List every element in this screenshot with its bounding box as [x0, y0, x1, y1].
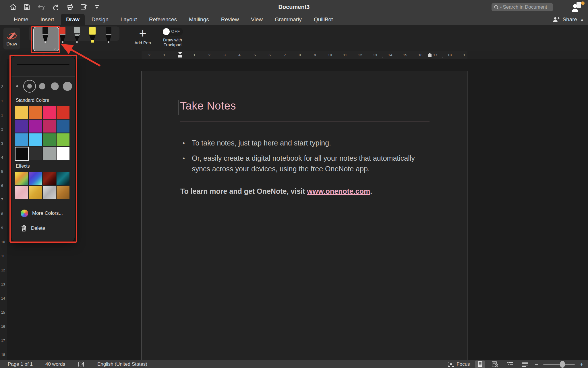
left-indent-marker[interactable] — [178, 55, 182, 57]
effect-swatch-teal-glitter[interactable] — [57, 172, 69, 185]
outline-view-button[interactable] — [505, 361, 515, 368]
pen-thickness-options — [11, 78, 75, 95]
toolbar-overflow-icon[interactable] — [94, 4, 99, 10]
ribbon-separator — [25, 28, 25, 48]
share-button[interactable]: Share — [562, 16, 577, 23]
color-swatch-#d63427[interactable] — [57, 106, 69, 119]
effect-swatch-bronze-glitter[interactable] — [57, 186, 69, 199]
document-page[interactable]: Take Notes •To take notes, just tap here… — [142, 71, 467, 362]
save-icon[interactable] — [24, 4, 30, 10]
onenote-link[interactable]: www.onenote.com — [307, 187, 370, 195]
tab-draw[interactable]: Draw — [61, 14, 84, 25]
pen-black-selected[interactable] — [40, 27, 51, 45]
language-selector[interactable]: English (United States) — [97, 361, 147, 367]
undo-icon[interactable] — [37, 3, 46, 10]
tab-design[interactable]: Design — [86, 14, 114, 25]
effect-swatch-rainbow-glitter[interactable] — [15, 172, 28, 185]
print-icon[interactable] — [66, 3, 73, 10]
zoom-slider-knob[interactable] — [560, 361, 565, 368]
zoom-slider[interactable] — [543, 364, 575, 365]
color-swatch-#54c6f8[interactable] — [29, 133, 42, 146]
pen-size-option-3[interactable] — [39, 83, 45, 89]
tab-view[interactable]: View — [246, 14, 268, 25]
effect-swatch-pink-glitter[interactable] — [15, 186, 28, 199]
word-count[interactable]: 40 words — [45, 361, 65, 367]
redo-icon[interactable] — [53, 3, 59, 10]
more-colors-button[interactable]: More Colors... — [11, 208, 75, 219]
zoom-in-button[interactable]: + — [580, 361, 583, 368]
trackpad-toggle[interactable]: OFF — [162, 28, 183, 36]
add-pen-button[interactable]: +▾ Add Pen — [131, 27, 155, 45]
color-swatch-#53309f[interactable] — [15, 120, 28, 133]
bullet-text: To take notes, just tap here and start t… — [192, 138, 433, 148]
color-swatch-#2f2f2f[interactable] — [29, 147, 42, 160]
ruler-number: 8 — [1, 212, 3, 216]
account-avatar[interactable] — [571, 1, 585, 13]
color-swatch-#f1c34e[interactable] — [15, 106, 28, 119]
standard-colors-grid — [15, 106, 69, 160]
pen-size-option-2[interactable] — [27, 84, 32, 89]
search-input[interactable]: ▾ Search in Document — [492, 3, 553, 11]
home-icon[interactable] — [10, 3, 17, 10]
color-swatch-#9fa4a2[interactable] — [43, 147, 56, 160]
ruler-number: 13 — [373, 53, 377, 57]
vertical-ruler[interactable]: 21123456789101112131415161718 — [0, 59, 7, 360]
tab-review[interactable]: Review — [216, 14, 244, 25]
pen-options-chevron-icon[interactable]: ⌄ — [53, 46, 56, 50]
tab-layout[interactable]: Layout — [115, 14, 142, 25]
tab-mailings[interactable]: Mailings — [184, 14, 214, 25]
collapse-ribbon-icon[interactable]: ▲ — [580, 17, 584, 22]
ruler-number: 7 — [284, 53, 286, 57]
pencil-gray[interactable] — [72, 27, 82, 45]
ruler-number: 16 — [418, 53, 422, 57]
color-swatch-#265d96[interactable] — [57, 120, 69, 133]
tab-quillbot[interactable]: QuillBot — [309, 14, 338, 25]
tab-grammarly[interactable]: Grammarly — [270, 14, 307, 25]
color-swatch-#e16e2e[interactable] — [29, 106, 42, 119]
pen-size-option-4[interactable] — [51, 83, 59, 90]
ruler-number: 15 — [403, 53, 407, 57]
color-swatch-#be2a62[interactable] — [43, 120, 56, 133]
focus-mode-button[interactable]: Focus — [448, 361, 470, 367]
ruler-number: 16 — [1, 325, 5, 329]
zoom-out-button[interactable]: − — [535, 361, 538, 368]
effect-swatch-galaxy-glitter[interactable] — [29, 172, 42, 185]
color-swatch-#7ec241[interactable] — [57, 133, 69, 146]
effect-swatch-silver-glitter[interactable] — [43, 186, 56, 199]
draft-view-button[interactable] — [520, 361, 530, 368]
color-swatch-#a01e9c[interactable] — [29, 120, 42, 133]
color-swatch-#ffffff[interactable] — [57, 147, 69, 160]
draw-tool-button[interactable]: Draw — [3, 28, 20, 49]
text-cursor — [179, 100, 179, 115]
popover-divider — [11, 95, 75, 95]
tab-references[interactable]: References — [144, 14, 182, 25]
horizontal-ruler[interactable]: 211234567891011121314151617181 — [0, 51, 588, 59]
tab-insert[interactable]: Insert — [35, 14, 59, 25]
effect-swatch-dark-red-glitter[interactable] — [43, 172, 56, 185]
delete-pen-button[interactable]: Delete — [11, 223, 75, 234]
ruler-number: 10 — [328, 53, 332, 57]
document-heading[interactable]: Take Notes — [180, 100, 236, 112]
edit-document-icon[interactable] — [80, 3, 87, 10]
popover-divider — [11, 76, 75, 77]
add-pen-label: Add Pen — [131, 40, 155, 45]
proofing-icon[interactable] — [78, 361, 85, 367]
color-swatch-#3f8b3f[interactable] — [43, 133, 56, 146]
pen-red[interactable] — [57, 27, 68, 45]
color-swatch-#0b0b0b[interactable] — [15, 147, 28, 160]
web-layout-view-button[interactable] — [490, 361, 500, 368]
pen-black-2[interactable] — [103, 27, 114, 45]
color-swatch-#3f9bd9[interactable] — [15, 133, 28, 146]
color-swatch-#ee2e63[interactable] — [43, 106, 56, 119]
standard-colors-label: Standard Colors — [16, 98, 49, 103]
highlighter-yellow[interactable] — [87, 27, 98, 45]
ruler-number: 10 — [1, 240, 5, 244]
page-count[interactable]: Page 1 of 1 — [8, 361, 33, 367]
bullet-text: Or, easily create a digital notebook for… — [192, 153, 433, 174]
print-layout-view-button[interactable] — [475, 361, 485, 368]
pen-size-option-5[interactable] — [63, 82, 72, 91]
pen-size-option-1[interactable] — [16, 85, 18, 87]
document-canvas[interactable]: Take Notes •To take notes, just tap here… — [7, 59, 588, 360]
tab-home[interactable]: Home — [9, 14, 34, 25]
effect-swatch-gold-glitter[interactable] — [29, 186, 42, 199]
